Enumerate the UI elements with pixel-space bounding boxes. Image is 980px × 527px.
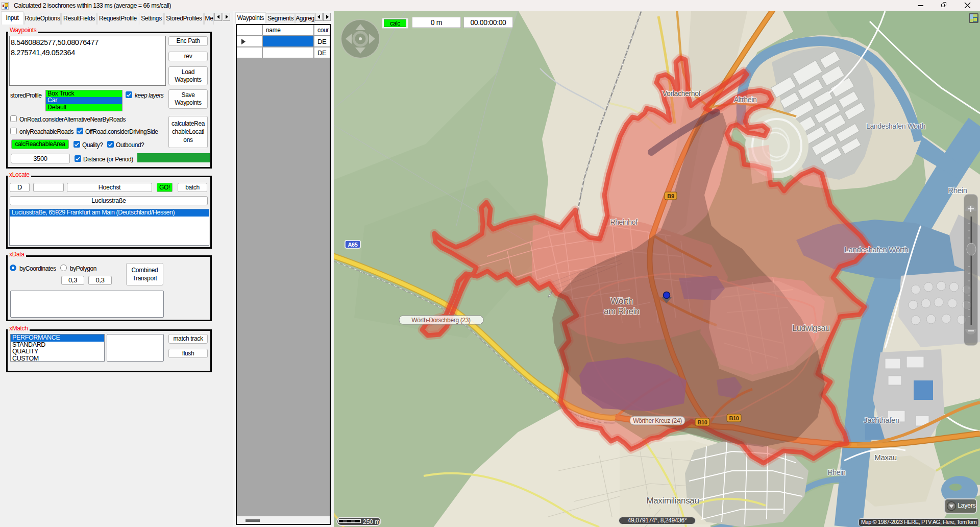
svg-text:Wörth-Dorschberg (23): Wörth-Dorschberg (23) [411, 317, 471, 324]
svg-text:Wörth: Wörth [610, 296, 633, 306]
svg-text:Ludwigsau: Ludwigsau [792, 324, 829, 332]
svg-text:Wörther Kreuz (24): Wörther Kreuz (24) [633, 417, 682, 424]
svg-text:Altrhein: Altrhein [734, 95, 757, 104]
svg-text:Jachthafen: Jachthafen [864, 416, 899, 424]
svg-text:am Rhein: am Rhein [604, 306, 640, 316]
svg-text:B10: B10 [697, 419, 707, 425]
svg-text:Rheinhof: Rheinhof [610, 218, 638, 226]
svg-text:Maxau: Maxau [874, 453, 896, 462]
svg-text:Rhein: Rhein [948, 186, 967, 195]
svg-text:A65: A65 [348, 242, 357, 248]
svg-text:B10: B10 [729, 415, 739, 421]
svg-text:Landeshafen Wörth: Landeshafen Wörth [845, 245, 909, 254]
svg-text:Vorlacherhof: Vorlacherhof [663, 89, 701, 98]
svg-text:Rhein: Rhein [828, 468, 846, 476]
svg-text:B9: B9 [667, 193, 674, 199]
svg-text:Maximiliansau: Maximiliansau [646, 496, 699, 506]
svg-text:Landeshafen Worth: Landeshafen Worth [866, 122, 925, 130]
